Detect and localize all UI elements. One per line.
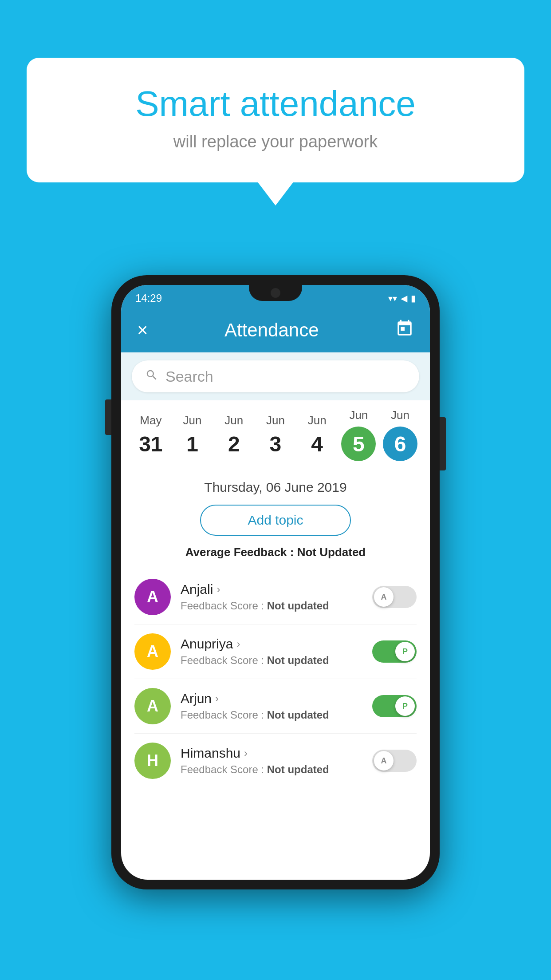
search-bar[interactable]: Search xyxy=(132,360,419,392)
feedback-score-anupriya: Feedback Score : Not updated xyxy=(181,654,362,667)
cal-day-3[interactable]: Jun 3 xyxy=(256,414,295,456)
cal-day-0[interactable]: May 31 xyxy=(131,414,171,456)
chevron-right-icon: › xyxy=(244,747,248,759)
cal-day-4[interactable]: Jun 4 xyxy=(297,414,337,456)
avg-feedback-label: Average Feedback : xyxy=(185,545,297,559)
selected-date: Thursday, 06 June 2019 xyxy=(134,480,417,495)
chevron-right-icon: › xyxy=(236,638,240,650)
feedback-score-himanshu: Feedback Score : Not updated xyxy=(181,763,362,776)
bubble-title: Smart attendance xyxy=(62,84,489,123)
avatar-anupriya: A xyxy=(134,633,171,670)
attendance-toggle-himanshu[interactable]: A xyxy=(372,750,417,772)
feedback-score-anjali: Feedback Score : Not updated xyxy=(181,600,362,612)
attendance-toggle-anupriya[interactable]: P xyxy=(372,640,417,663)
search-icon xyxy=(145,368,158,385)
signal-icon: ◀ xyxy=(401,293,407,304)
speech-bubble: Smart attendance will replace your paper… xyxy=(27,58,524,182)
app-header: × Attendance xyxy=(121,308,430,352)
battery-icon: ▮ xyxy=(411,293,416,304)
phone-frame: 14:29 ▾▾ ◀ ▮ × Attendance xyxy=(111,275,440,889)
status-time: 14:29 xyxy=(135,292,162,304)
volume-button xyxy=(105,399,111,435)
calendar-icon[interactable] xyxy=(395,319,414,342)
front-camera xyxy=(271,288,280,298)
student-name-arjun: Arjun › xyxy=(181,691,362,706)
chevron-right-icon: › xyxy=(216,583,220,596)
speech-bubble-wrapper: Smart attendance will replace your paper… xyxy=(27,58,524,182)
student-row-anupriya[interactable]: A Anupriya › Feedback Score : Not update… xyxy=(134,624,417,679)
attendance-toggle-arjun[interactable]: P xyxy=(372,695,417,717)
app-title: Attendance xyxy=(224,320,319,341)
student-row-anjali[interactable]: A Anjali › Feedback Score : Not updated xyxy=(134,570,417,624)
search-placeholder: Search xyxy=(165,368,213,385)
calendar-strip: May 31 Jun 1 Jun 2 Jun 3 Jun 4 xyxy=(121,400,430,470)
feedback-score-arjun: Feedback Score : Not updated xyxy=(181,709,362,721)
student-info-anjali: Anjali › Feedback Score : Not updated xyxy=(181,582,362,612)
phone-wrapper: 14:29 ▾▾ ◀ ▮ × Attendance xyxy=(111,275,440,889)
student-info-anupriya: Anupriya › Feedback Score : Not updated xyxy=(181,636,362,667)
student-row-arjun[interactable]: A Arjun › Feedback Score : Not updated xyxy=(134,679,417,734)
avatar-himanshu: H xyxy=(134,743,171,779)
student-info-himanshu: Himanshu › Feedback Score : Not updated xyxy=(181,746,362,776)
chevron-right-icon: › xyxy=(215,692,219,705)
avatar-anjali: A xyxy=(134,579,171,615)
student-name-anupriya: Anupriya › xyxy=(181,636,362,652)
student-name-himanshu: Himanshu › xyxy=(181,746,362,761)
add-topic-button[interactable]: Add topic xyxy=(200,505,351,536)
avg-feedback-value: Not Updated xyxy=(297,545,366,559)
cal-day-2[interactable]: Jun 2 xyxy=(214,414,254,456)
avg-feedback: Average Feedback : Not Updated xyxy=(134,545,417,559)
wifi-icon: ▾▾ xyxy=(388,293,397,304)
student-row-himanshu[interactable]: H Himanshu › Feedback Score : Not update… xyxy=(134,734,417,788)
status-icons: ▾▾ ◀ ▮ xyxy=(388,293,416,304)
student-info-arjun: Arjun › Feedback Score : Not updated xyxy=(181,691,362,721)
student-list: A Anjali › Feedback Score : Not updated xyxy=(134,570,417,788)
content-area: Thursday, 06 June 2019 Add topic Average… xyxy=(121,470,430,798)
phone-screen: 14:29 ▾▾ ◀ ▮ × Attendance xyxy=(121,285,430,880)
student-name-anjali: Anjali › xyxy=(181,582,362,597)
attendance-toggle-anjali[interactable]: A xyxy=(372,586,417,608)
avatar-arjun: A xyxy=(134,688,171,724)
phone-notch xyxy=(249,285,302,301)
search-container: Search xyxy=(121,352,430,400)
cal-day-1[interactable]: Jun 1 xyxy=(173,414,213,456)
close-button[interactable]: × xyxy=(137,321,148,340)
bubble-subtitle: will replace your paperwork xyxy=(62,132,489,151)
power-button xyxy=(440,417,446,470)
cal-day-5[interactable]: Jun 5 xyxy=(338,408,378,461)
cal-day-6[interactable]: Jun 6 xyxy=(380,408,420,461)
